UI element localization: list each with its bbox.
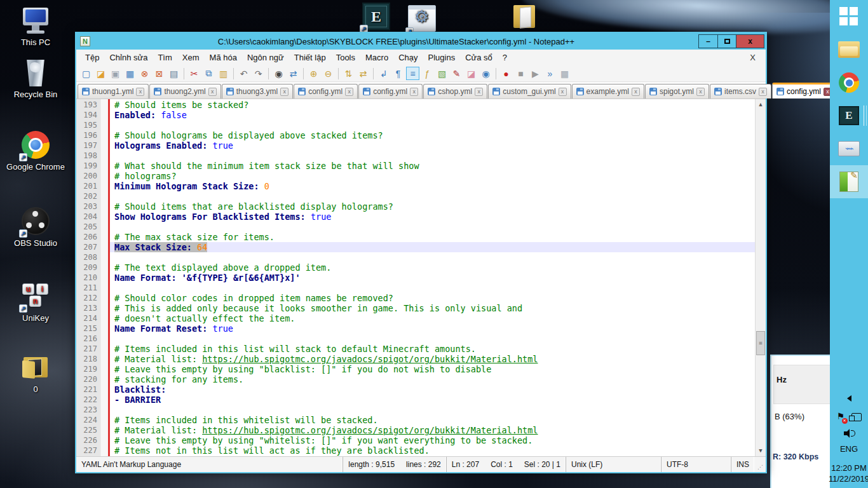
taskbar-google-chrome[interactable] xyxy=(830,66,868,99)
minimize-button[interactable]: – xyxy=(699,35,717,48)
editor[interactable]: 1931941951961971981992002012022032042052… xyxy=(76,99,766,456)
file-monitoring-icon[interactable]: ◉ xyxy=(479,67,492,80)
replace-icon[interactable]: ⇄ xyxy=(287,67,300,80)
copy-icon[interactable]: ⧉ xyxy=(202,67,215,80)
tab-config-yml-4[interactable]: config.ymlx xyxy=(358,84,423,98)
tab-close-icon[interactable]: x xyxy=(136,88,144,96)
undo-icon[interactable]: ↶ xyxy=(237,67,250,80)
scroll-up-button[interactable]: ▲ xyxy=(756,99,766,110)
menu-thi-t-l-p[interactable]: Thiết lập xyxy=(289,51,331,64)
document-map-icon[interactable]: ▧ xyxy=(435,67,449,80)
close-all-documents-icon[interactable]: ⊠ xyxy=(153,67,166,80)
vertical-scrollbar[interactable]: ▲ ≡ ▼ xyxy=(755,99,766,456)
cut-icon[interactable]: ✂ xyxy=(187,67,201,80)
menu-plugins[interactable]: Plugins xyxy=(423,51,461,64)
desktop-icon-recycle[interactable]: Recycle Bin xyxy=(5,58,66,99)
new-file-icon[interactable]: ▢ xyxy=(79,67,93,80)
tab-close-icon[interactable]: x xyxy=(559,88,567,96)
menubar-close-document-button[interactable]: X xyxy=(743,51,762,64)
indent-guide-icon[interactable]: ≡ xyxy=(406,67,419,80)
action-center-flag-icon[interactable] xyxy=(837,413,845,423)
menu-c-a-s-[interactable]: Cửa sổ xyxy=(460,51,498,64)
open-folder-icon[interactable]: ◪ xyxy=(94,67,107,80)
tab-spigot-yml-8[interactable]: spigot.ymlx xyxy=(645,84,709,98)
tab-close-icon[interactable]: x xyxy=(345,88,353,96)
status-encoding[interactable]: UTF-8 xyxy=(661,457,731,472)
menu-?[interactable]: ? xyxy=(498,51,512,64)
paste-icon[interactable]: ▥ xyxy=(217,67,230,80)
save-icon[interactable]: ▣ xyxy=(109,67,122,80)
desktop-icon-chrome[interactable]: ↗Google Chrome xyxy=(5,131,66,172)
taskbar-clock[interactable]: 12:20 PM11/22/2019 xyxy=(829,463,868,484)
menu-m-h-a[interactable]: Mã hóa xyxy=(205,51,242,64)
zoom-in-icon[interactable]: ⊕ xyxy=(307,67,320,80)
tab-example-yml-7[interactable]: example.ymlx xyxy=(572,84,644,98)
status-eol-format[interactable]: Unix (LF) xyxy=(566,457,661,472)
language-indicator[interactable]: ENG xyxy=(840,444,858,454)
tab-close-icon[interactable]: x xyxy=(208,88,217,96)
scrollbar-thumb[interactable]: ≡ xyxy=(756,331,765,355)
macro-stop-icon[interactable]: ■ xyxy=(514,67,527,80)
menu-xem[interactable]: Xem xyxy=(177,51,205,64)
tab-close-icon[interactable]: x xyxy=(632,88,640,96)
menu-ch-y[interactable]: Chạy xyxy=(393,51,423,64)
network-icon[interactable] xyxy=(851,413,862,421)
taskbar-start-button[interactable] xyxy=(830,0,868,33)
menu-ng-n-ng-[interactable]: Ngôn ngữ xyxy=(242,51,289,64)
sync-horizontal-scroll-icon[interactable]: ⇄ xyxy=(356,67,370,80)
desktop-icon-folder0[interactable]: 0 xyxy=(5,353,66,394)
background-monitor-window[interactable]: Hz B (63%) R: 320 Kbps xyxy=(770,355,831,488)
scrollbar-track[interactable]: ≡ xyxy=(756,110,766,445)
tab-close-icon[interactable]: x xyxy=(410,88,418,96)
status-insert-mode[interactable]: INS xyxy=(731,457,754,472)
tab-custom_gui-yml-6[interactable]: custom_gui.ymlx xyxy=(488,84,571,98)
document-switcher-icon[interactable]: ✎ xyxy=(450,67,463,80)
tab-items-csv-9[interactable]: items.csvx xyxy=(710,84,771,98)
volume-icon[interactable] xyxy=(844,429,854,438)
print-icon[interactable]: ▤ xyxy=(167,67,180,80)
tab-close-icon[interactable]: x xyxy=(696,88,705,96)
desktop-icon-this-pc[interactable]: This PC xyxy=(5,6,66,47)
word-wrap-icon[interactable]: ↲ xyxy=(377,67,390,80)
tab-close-icon[interactable]: x xyxy=(280,88,288,96)
tab-thuong1-yml-0[interactable]: thuong1.ymlx xyxy=(78,84,149,98)
resize-grip[interactable]: ⋰ xyxy=(754,457,766,472)
scroll-down-button[interactable]: ▼ xyxy=(756,445,766,456)
tab-close-icon[interactable]: x xyxy=(475,88,483,96)
tab-thuong3-yml-2[interactable]: thuong3.ymlx xyxy=(222,84,293,98)
taskbar-notepad-plus-plus[interactable] xyxy=(830,165,868,198)
show-all-characters-icon[interactable]: ¶ xyxy=(391,67,405,80)
tab-close-icon[interactable]: x xyxy=(759,88,767,96)
find-icon[interactable]: ◉ xyxy=(272,67,285,80)
maximize-button[interactable] xyxy=(717,35,736,48)
sync-vertical-scroll-icon[interactable]: ⇅ xyxy=(342,67,355,80)
macro-play-icon[interactable]: ▶ xyxy=(529,67,542,80)
taskbar-e-app[interactable]: E xyxy=(830,99,868,132)
taskbar-performance-monitor[interactable] xyxy=(830,132,868,165)
desktop-icon-unikey[interactable]: uin↗UniKey xyxy=(5,282,66,323)
show-hidden-icons-chevron-icon[interactable] xyxy=(847,395,851,402)
desktop-icon-foldertop[interactable] xyxy=(494,4,555,35)
menu-ch-nh-s-a[interactable]: Chỉnh sửa xyxy=(104,51,153,64)
menu-macro[interactable]: Macro xyxy=(360,51,393,64)
save-all-icon[interactable]: ▦ xyxy=(123,67,137,80)
code-area[interactable]: # Should items be stacked?Enabled: false… xyxy=(110,99,755,456)
macro-run-multiple-icon[interactable]: » xyxy=(543,67,557,80)
macro-record-icon[interactable]: ● xyxy=(499,67,513,80)
folder-as-workspace-icon[interactable]: ◪ xyxy=(465,67,478,80)
taskbar-file-explorer[interactable] xyxy=(830,33,868,66)
tab-config-yml-3[interactable]: config.ymlx xyxy=(294,84,358,98)
zoom-out-icon[interactable]: ⊖ xyxy=(322,67,335,80)
macro-save-icon[interactable]: ▦ xyxy=(558,67,571,80)
title-bar[interactable]: C:\Users\caokimlang\Desktop\SKYBLOCK FRE… xyxy=(76,33,766,50)
menu-tools[interactable]: Tools xyxy=(331,51,360,64)
bookmark-margin[interactable] xyxy=(100,99,108,456)
tab-config-yml-10[interactable]: config.ymlx xyxy=(772,83,836,98)
tab-cshop-yml-5[interactable]: cshop.ymlx xyxy=(423,84,487,98)
menu-t-p[interactable]: Tệp xyxy=(80,51,104,64)
tab-thuong2-yml-1[interactable]: thuong2.ymlx xyxy=(149,84,220,98)
menu-t-m[interactable]: Tìm xyxy=(153,51,177,64)
desktop-icon-obs[interactable]: ↗OBS Studio xyxy=(5,207,66,248)
redo-icon[interactable]: ↷ xyxy=(252,67,265,80)
close-document-icon[interactable]: ⊗ xyxy=(138,67,151,80)
